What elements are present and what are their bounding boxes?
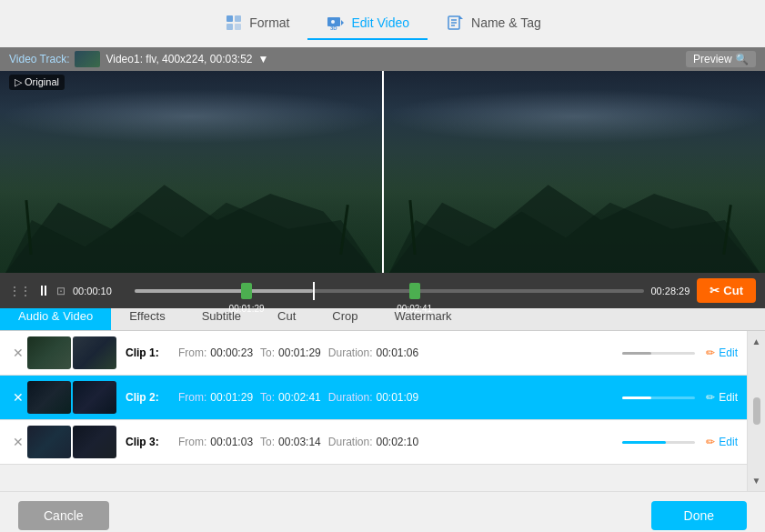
clips-section: Audio & Video Effects Subtitle Cut Crop … bbox=[0, 302, 765, 491]
clip3-to-field: To: 00:03:14 bbox=[260, 436, 321, 448]
clip3-thumb2 bbox=[73, 426, 116, 458]
clip3-thumbnails bbox=[27, 426, 116, 458]
clip2-thumbnails bbox=[27, 381, 116, 414]
clip2-edit-button[interactable]: ✏ Edit bbox=[706, 391, 738, 404]
clip3-name: Clip 3: bbox=[126, 436, 171, 448]
video-container: ▷ Original Video Track: Video1: flv, 400… bbox=[0, 47, 765, 302]
clip3-to-value: 00:03:14 bbox=[278, 436, 321, 448]
cut-icon: ✂ bbox=[710, 284, 720, 297]
tab-format[interactable]: Format bbox=[206, 7, 307, 40]
clip2-close-button[interactable]: ✕ bbox=[9, 390, 27, 405]
preview-label[interactable]: Preview 🔍 bbox=[686, 51, 756, 67]
timeline-handle-left[interactable] bbox=[241, 283, 252, 299]
timeline-bar[interactable]: 00:01:29 00:02:41 bbox=[135, 282, 644, 300]
clip3-from-value: 00:01:03 bbox=[210, 436, 253, 448]
tab-edit-video[interactable]: 3D Edit Video bbox=[307, 7, 428, 40]
clip2-from-field: From: 00:01:29 bbox=[178, 391, 253, 404]
track-dropdown-icon[interactable]: ▼ bbox=[258, 53, 269, 65]
clip2-thumb1 bbox=[27, 381, 71, 414]
timeline-handle-right[interactable] bbox=[409, 283, 420, 299]
video-thumbnail-small bbox=[75, 51, 100, 67]
tab-name-tag[interactable]: Name & Tag bbox=[428, 7, 559, 40]
clip3-from-label: From: bbox=[178, 436, 206, 448]
play-pause-button[interactable]: ⏸ bbox=[35, 281, 53, 301]
bottom-bar: Cancle Done bbox=[0, 491, 765, 532]
clip1-thumb1-img bbox=[27, 336, 71, 369]
clip2-actions: ✏ Edit bbox=[622, 391, 738, 404]
svg-rect-2 bbox=[226, 24, 233, 30]
cancel-button[interactable]: Cancle bbox=[18, 501, 109, 530]
top-navigation: Format 3D Edit Video Name & Tag bbox=[0, 0, 765, 47]
clip2-name: Clip 2: bbox=[126, 391, 171, 404]
track-label: Video Track: bbox=[9, 53, 69, 65]
clip1-thumb2 bbox=[73, 336, 116, 369]
clip2-to-label: To: bbox=[260, 391, 275, 404]
track-info: Video1: flv, 400x224, 00:03:52 bbox=[106, 53, 252, 65]
done-button[interactable]: Done bbox=[651, 501, 747, 530]
clip3-actions: ✏ Edit bbox=[622, 436, 738, 448]
clip2-duration-field: Duration: 00:01:09 bbox=[328, 391, 418, 404]
svg-text:3D: 3D bbox=[330, 25, 337, 31]
svg-marker-5 bbox=[341, 20, 344, 25]
timeline-start-time: 00:00:10 bbox=[73, 286, 127, 296]
svg-rect-1 bbox=[235, 15, 241, 22]
clip1-from-value: 00:00:23 bbox=[210, 346, 253, 359]
clip1-close-button[interactable]: ✕ bbox=[9, 346, 27, 360]
clip3-to-label: To: bbox=[260, 436, 275, 448]
clip2-to-field: To: 00:02:41 bbox=[260, 391, 321, 404]
clip2-duration-value: 00:01:09 bbox=[377, 391, 419, 404]
timeline-position-indicator bbox=[313, 282, 315, 300]
timeline-area: ⋮⋮ ⏸ ⊡ 00:00:10 00:01:29 00:02:41 00:28:… bbox=[0, 273, 765, 308]
sound-icon: ⊡ bbox=[56, 285, 65, 297]
tab-name-tag-label: Name & Tag bbox=[471, 15, 541, 30]
edit-video-icon: 3D bbox=[326, 13, 346, 33]
video-divider bbox=[382, 71, 384, 273]
original-label: ▷ Original bbox=[15, 76, 59, 88]
scroll-up-button[interactable]: ▲ bbox=[750, 335, 763, 348]
clip2-from-label: From: bbox=[178, 391, 206, 404]
clip1-to-label: To: bbox=[260, 346, 275, 359]
clip3-edit-label: Edit bbox=[719, 436, 738, 448]
clip1-progress-bar bbox=[622, 352, 695, 355]
timeline-fill bbox=[135, 289, 313, 293]
clip2-thumb2 bbox=[73, 381, 116, 414]
clip1-from-field: From: 00:00:23 bbox=[178, 346, 253, 359]
clip2-edit-icon: ✏ bbox=[706, 391, 715, 404]
timeline-label-right: 00:02:41 bbox=[397, 304, 432, 314]
cut-button[interactable]: ✂ Cut bbox=[697, 278, 756, 303]
preview-text: Preview 🔍 bbox=[686, 51, 756, 67]
scrollbar-thumb bbox=[753, 397, 760, 425]
tab-edit-video-label: Edit Video bbox=[351, 15, 409, 30]
scroll-down-button[interactable]: ▼ bbox=[750, 474, 763, 487]
clip-item-3[interactable]: ✕ Clip 3: From: 00:01:03 bbox=[0, 420, 747, 465]
clip3-edit-button[interactable]: ✏ Edit bbox=[706, 436, 738, 448]
clip3-close-button[interactable]: ✕ bbox=[9, 435, 27, 449]
clip1-edit-icon: ✏ bbox=[706, 346, 715, 359]
clip1-actions: ✏ Edit bbox=[622, 346, 738, 359]
tab-format-label: Format bbox=[249, 15, 289, 30]
timeline-controls: ⋮⋮ ⏸ ⊡ bbox=[9, 281, 65, 301]
clip1-info: Clip 1: From: 00:00:23 To: 00:01:29 Dura… bbox=[126, 346, 622, 359]
clip-item-2[interactable]: ✕ Clip 2: From: 00:01:29 bbox=[0, 376, 747, 420]
svg-rect-3 bbox=[235, 24, 241, 30]
clip3-info: Clip 3: From: 00:01:03 To: 00:03:14 Dura… bbox=[126, 436, 622, 448]
clip1-edit-button[interactable]: ✏ Edit bbox=[706, 346, 738, 359]
video-frame-left bbox=[0, 71, 382, 273]
svg-marker-12 bbox=[459, 15, 463, 19]
clip3-from-field: From: 00:01:03 bbox=[178, 436, 253, 448]
clip-item-1[interactable]: ✕ Clip 1: From: 00:00:23 bbox=[0, 331, 747, 376]
video-frames bbox=[0, 71, 765, 273]
video-track-info: Video Track: Video1: flv, 400x224, 00:03… bbox=[9, 51, 268, 67]
clip2-progress-fill bbox=[622, 396, 651, 399]
clip3-duration-label: Duration: bbox=[328, 436, 373, 448]
clip1-name: Clip 1: bbox=[126, 346, 171, 359]
clips-inner[interactable]: ✕ Clip 1: From: 00:00:23 bbox=[0, 331, 747, 491]
clip1-to-field: To: 00:01:29 bbox=[260, 346, 321, 359]
video-header: ▷ Original Video Track: Video1: flv, 400… bbox=[0, 47, 765, 71]
clip3-thumb1 bbox=[27, 426, 71, 458]
timeline-track: 00:01:29 00:02:41 bbox=[135, 289, 644, 293]
cut-label: Cut bbox=[723, 284, 743, 297]
clip1-duration-label: Duration: bbox=[328, 346, 373, 359]
clip1-duration-value: 00:01:06 bbox=[377, 346, 419, 359]
clip3-progress-bar bbox=[622, 441, 695, 444]
